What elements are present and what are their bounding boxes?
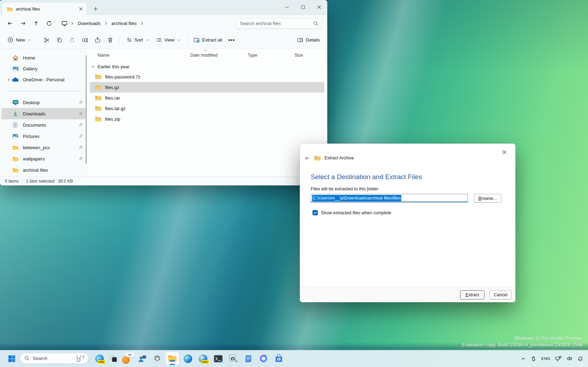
close-button[interactable] [311, 0, 327, 14]
file-row[interactable]: files-password.7z [90, 71, 324, 82]
dev-home-icon[interactable] [107, 352, 120, 365]
up-icon[interactable] [30, 18, 43, 29]
breadcrumb-archival-files[interactable]: archival files [109, 19, 140, 27]
column-separator[interactable] [243, 52, 243, 58]
search-input[interactable] [240, 21, 313, 26]
details-button[interactable]: Details [294, 34, 323, 46]
show-extracted-checkbox[interactable] [312, 210, 318, 215]
language-indicator[interactable]: ENG [539, 353, 552, 365]
back-icon[interactable] [4, 18, 17, 29]
destination-path-input[interactable]: C:\Users\m__la\Downloads\archival files\… [311, 194, 468, 202]
column-separator[interactable] [290, 52, 290, 58]
temperature-label: 79° [126, 353, 134, 357]
sidebar-scrollbar[interactable] [86, 55, 87, 164]
volume-icon[interactable] [565, 353, 574, 365]
explorer-tab[interactable]: archival files [2, 3, 86, 15]
dialog-footer: Extract Cancel [300, 287, 515, 302]
chat-icon[interactable] [136, 352, 149, 365]
edge-icon[interactable] [181, 352, 194, 365]
system-tray: ENG z [519, 350, 585, 367]
weather-widget-icon[interactable]: 79° [121, 352, 134, 365]
chevron-right-icon [105, 21, 107, 25]
watermark-line2: Evaluation copy. Build 23536.ni_prerelea… [462, 341, 582, 348]
refresh-icon[interactable] [43, 18, 56, 29]
destination-label: Files will be extracted to this folder: [311, 186, 379, 191]
dialog-close-icon[interactable] [497, 147, 511, 157]
group-header-earlier-this-year[interactable]: Earlier this year [87, 62, 327, 71]
edge-preview-icon[interactable]: PRE [93, 352, 106, 365]
extract-button[interactable]: Extract [460, 290, 484, 299]
more-options-icon[interactable]: ••• [226, 37, 237, 43]
file-row[interactable]: files.tar.gz [90, 103, 324, 114]
snipping-tool-icon[interactable] [227, 352, 240, 365]
taskbar: Search PRE 79° [0, 350, 588, 367]
column-name[interactable]: Name [98, 49, 186, 62]
sidebar-item-desktop[interactable]: Desktop [1, 97, 86, 108]
forward-icon[interactable] [17, 18, 30, 29]
microsoft-store-icon[interactable] [272, 352, 285, 365]
sidebar-item-archival-files[interactable]: archival files [1, 164, 86, 176]
extract-all-button[interactable]: Extract all [190, 34, 225, 46]
settings-gear-icon[interactable] [150, 352, 164, 365]
tab-close-icon[interactable] [79, 7, 83, 11]
breadcrumb-downloads[interactable]: Downloads [75, 19, 103, 27]
view-icon [156, 37, 162, 43]
network-icon[interactable] [553, 353, 563, 365]
sidebar-item-gallery[interactable]: Gallery [1, 63, 86, 74]
search-box[interactable] [236, 18, 322, 29]
sidebar-item-home[interactable]: Home [1, 52, 86, 63]
sidebar-item-between-pcs[interactable]: between_pcs [1, 142, 86, 153]
sidebar-item-onedrive[interactable]: OneDrive - Personal [1, 74, 86, 85]
sidebar-item-downloads[interactable]: Downloads [1, 108, 86, 119]
file-row-selected[interactable]: files.gz [90, 82, 324, 93]
minimize-button[interactable] [279, 0, 295, 14]
usb-eject-icon[interactable] [529, 353, 538, 365]
column-date-modified[interactable]: Date modified [190, 49, 243, 62]
home-icon [12, 55, 19, 61]
collapse-chevron-icon[interactable] [91, 65, 95, 68]
column-size[interactable]: Size [295, 49, 326, 62]
expand-chevron-icon[interactable] [5, 78, 12, 82]
items-count: 5 items [5, 179, 19, 184]
hidden-icons-chevron-icon[interactable] [519, 353, 527, 365]
sidebar-item-documents[interactable]: Documents [1, 119, 86, 131]
dialog-back-icon[interactable] [304, 156, 310, 161]
notifications-bell-icon[interactable]: z [576, 353, 585, 365]
sidebar-item-wallpapers[interactable]: wallpapers [1, 153, 86, 164]
file-row[interactable]: files.rar [90, 93, 324, 103]
this-pc-icon[interactable] [59, 18, 70, 29]
gallery-icon [12, 65, 19, 72]
copy-icon[interactable] [54, 34, 66, 46]
view-button[interactable]: View [153, 34, 184, 45]
column-separator[interactable] [186, 52, 186, 58]
notepad-icon[interactable] [242, 352, 255, 365]
cancel-button[interactable]: Cancel [490, 290, 512, 299]
sidebar-item-pictures[interactable]: Pictures [1, 131, 86, 142]
paste-icon[interactable] [66, 34, 78, 46]
rename-icon[interactable]: A [79, 34, 91, 46]
cut-icon[interactable] [41, 34, 53, 46]
browse-button[interactable]: Browse... [474, 194, 501, 203]
loop-icon[interactable] [257, 352, 270, 365]
show-extracted-label[interactable]: Show extracted files when complete [321, 210, 391, 215]
window-controls [279, 0, 327, 14]
edge-canary-icon[interactable]: CAN [196, 352, 210, 365]
start-button[interactable] [5, 352, 18, 365]
tab-bar: archival files [0, 0, 327, 15]
terminal-icon[interactable] [211, 352, 225, 365]
search-icon[interactable] [313, 21, 318, 26]
share-icon[interactable] [92, 34, 104, 46]
delete-icon[interactable] [104, 34, 116, 46]
column-type[interactable]: Type [248, 49, 290, 62]
insider-watermark: Windows 11 Pro Insider Preview Evaluatio… [462, 335, 582, 348]
taskbar-search[interactable]: Search [20, 353, 89, 364]
sort-descending-icon [204, 49, 207, 51]
maximize-button[interactable] [295, 0, 311, 14]
new-button[interactable]: New [4, 34, 34, 45]
chevron-right-icon[interactable] [141, 21, 143, 25]
file-row[interactable]: files.zip [90, 114, 324, 124]
can-badge: CAN [201, 360, 209, 364]
new-tab-button[interactable] [91, 4, 100, 13]
sort-button[interactable]: Sort [123, 34, 152, 45]
file-explorer-taskbar-icon[interactable] [166, 352, 179, 365]
